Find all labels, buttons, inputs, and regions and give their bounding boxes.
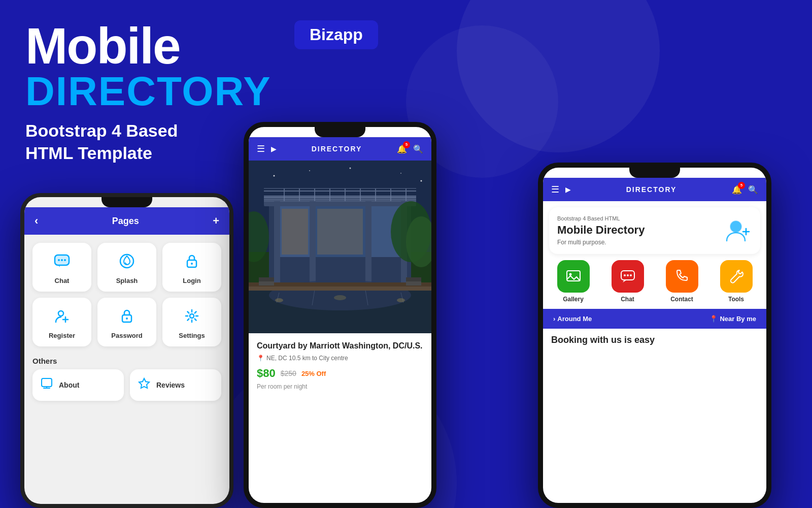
hero-text-block: Mobile DIRECTORY Bootstrap 4 BasedHTML T… [25, 20, 279, 164]
svg-point-7 [191, 263, 193, 265]
svg-point-3 [61, 259, 63, 261]
hotel-location: 📍 NE, DC 10.5 km to City centre [257, 355, 423, 362]
page-item-splash[interactable]: Splash [97, 243, 156, 292]
hotel-name: Courtyard by Marriott Washington, DC/U.S… [257, 341, 423, 351]
gallery-label: Gallery [563, 296, 584, 303]
phone3-header: ☰ ▶ DIRECTORY 🔔 5 🔍 [543, 178, 766, 201]
near-by-me[interactable]: 📍 Near By me [709, 315, 756, 323]
phone3-right-icons: 🔔 5 🔍 [732, 185, 758, 195]
notification-badge[interactable]: 🔔 5 [397, 144, 407, 154]
svg-point-44 [275, 298, 283, 302]
others-label-2: Reviews [156, 381, 185, 389]
around-me[interactable]: › Around Me [553, 315, 592, 323]
others-label-1: About [59, 381, 79, 389]
feature-gallery[interactable]: Gallery [549, 260, 597, 303]
chevron-icon: › [553, 315, 555, 323]
tools-icon-circle [720, 260, 753, 293]
card-subtitle: Bootstrap 4 Based HTML [557, 215, 645, 221]
splash-icon [119, 253, 135, 273]
pages-grid: Chat Splash [24, 235, 229, 355]
page-item-settings[interactable]: Settings [162, 298, 221, 346]
send-icon-p3[interactable]: ▶ [565, 185, 571, 194]
menu-icon-p3[interactable]: ☰ [551, 184, 559, 195]
feature-tools[interactable]: Tools [712, 260, 760, 303]
svg-point-70 [731, 221, 741, 232]
card-title: Mobile Directory [557, 224, 645, 237]
svg-point-13 [190, 314, 194, 318]
svg-rect-50 [259, 281, 274, 285]
others-item-2[interactable]: Reviews [130, 369, 221, 401]
hotel-price-row: $80 $250 25% Off [257, 367, 423, 380]
svg-rect-36 [282, 209, 308, 255]
login-icon [184, 253, 200, 273]
svg-point-12 [126, 318, 128, 320]
phone2-right-icons: 🔔 5 🔍 [397, 144, 423, 154]
search-icon[interactable]: 🔍 [413, 144, 423, 154]
svg-point-76 [624, 274, 626, 276]
svg-point-74 [569, 273, 571, 276]
hotel-info: Courtyard by Marriott Washington, DC/U.S… [249, 333, 431, 398]
password-icon [119, 308, 135, 328]
hotel-price-note: Per room per night [257, 383, 423, 390]
svg-point-77 [627, 274, 629, 276]
others-item-1[interactable]: About [32, 369, 124, 401]
phone-mockup-hotel: ☰ ▶ DIRECTORY 🔔 5 🔍 [244, 122, 436, 508]
svg-point-78 [630, 274, 632, 276]
hero-title-directory: DIRECTORY [25, 71, 279, 112]
back-icon[interactable]: ‹ [35, 214, 38, 228]
svg-point-2 [58, 259, 60, 261]
contact-icon-circle [666, 260, 698, 293]
svg-point-8 [58, 311, 63, 316]
phone3-notch [629, 168, 680, 178]
page-item-password[interactable]: Password [97, 298, 156, 346]
register-label: Register [49, 332, 75, 339]
password-label: Password [111, 332, 142, 339]
register-icon [54, 308, 70, 328]
page-item-login[interactable]: Login [162, 243, 221, 292]
send-icon[interactable]: ▶ [271, 145, 277, 153]
settings-label: Settings [179, 332, 205, 339]
settings-icon [184, 308, 200, 328]
app-info-card: Bootstrap 4 Based HTML Mobile Directory … [549, 207, 760, 254]
feature-contact[interactable]: Contact [658, 260, 706, 303]
features-grid: Gallery Chat [543, 260, 766, 309]
pages-title: Pages [112, 216, 139, 227]
hero-title-mobile: Mobile [25, 20, 279, 71]
location-pin-icon: 📍 [257, 355, 264, 362]
svg-rect-37 [317, 209, 363, 255]
svg-point-18 [274, 175, 275, 177]
add-icon[interactable]: + [213, 214, 219, 228]
chat-icon-circle [612, 260, 644, 293]
notification-count: 5 [403, 141, 410, 148]
svg-point-22 [421, 180, 422, 182]
svg-point-45 [334, 295, 346, 300]
feature-chat[interactable]: Chat [603, 260, 652, 303]
others-icon-2 [138, 377, 150, 393]
page-item-chat[interactable]: Chat [32, 243, 91, 292]
phone2-notch [315, 127, 365, 137]
bizapp-badge: Bizapp [294, 20, 378, 49]
location-bar: › Around Me 📍 Near By me [543, 309, 766, 329]
contact-label: Contact [670, 296, 693, 303]
chat-label: Chat [55, 277, 70, 284]
svg-rect-14 [42, 378, 52, 387]
hotel-price-old: $250 [281, 369, 296, 377]
notification-badge-p3[interactable]: 🔔 5 [732, 185, 742, 195]
chat-label-p3: Chat [621, 296, 634, 303]
hotel-discount: 25% Off [301, 370, 326, 377]
phone2-header: ☰ ▶ DIRECTORY 🔔 5 🔍 [249, 137, 431, 161]
svg-point-20 [350, 168, 351, 169]
search-icon-p3[interactable]: 🔍 [748, 185, 758, 195]
svg-point-19 [309, 170, 310, 171]
card-text: Bootstrap 4 Based HTML Mobile Directory … [557, 215, 645, 246]
page-item-register[interactable]: Register [32, 298, 91, 346]
others-icon-1 [41, 377, 53, 393]
hero-subtitle: Bootstrap 4 BasedHTML Template [25, 119, 279, 164]
svg-rect-48 [249, 287, 431, 291]
splash-label: Splash [116, 277, 138, 284]
avatar-add-user [722, 215, 752, 246]
phone-mockup-pages: ‹ Pages + Chat [20, 193, 233, 508]
menu-icon[interactable]: ☰ [257, 143, 265, 154]
phone1-notch [101, 197, 152, 207]
booking-section-title: Booking with us is easy [543, 329, 766, 350]
